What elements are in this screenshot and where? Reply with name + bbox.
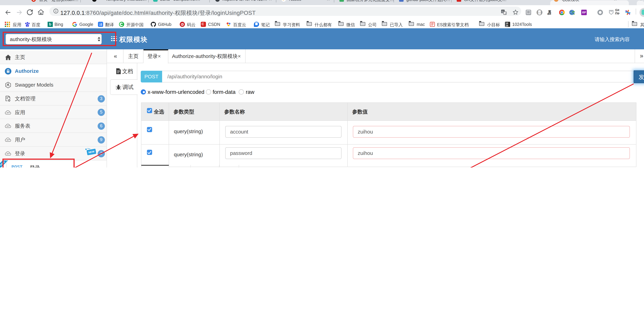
svg-text:API: API xyxy=(6,125,10,127)
svg-text:文: 文 xyxy=(504,12,507,15)
svg-text:API: API xyxy=(6,139,10,141)
svg-text:API: API xyxy=(6,153,10,155)
svg-text:du: du xyxy=(26,24,28,26)
svg-text:API: API xyxy=(6,112,10,114)
